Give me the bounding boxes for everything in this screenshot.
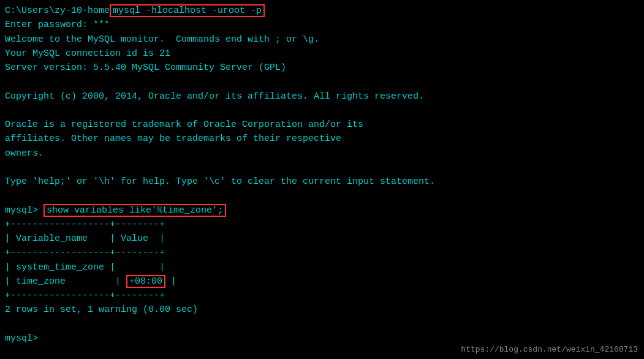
command1-highlight[interactable]: mysql -hlocalhost -uroot -p — [110, 4, 265, 17]
table-row1-name: system_time_zone — [16, 262, 104, 273]
command2-highlight[interactable]: show variables like'%time_zone'; — [44, 204, 226, 217]
line-13: Type 'help;' or '\h' for help. Type '\c'… — [5, 175, 639, 189]
line-mysql-command: mysql> show variables like'%time_zone'; — [5, 203, 639, 217]
table-row-2: | time_zone | +08:00 | — [5, 274, 639, 289]
table-row2-value-highlight: +08:00 — [126, 275, 165, 288]
line-1: C:\Users\zy-10-homemysql -hlocalhost -ur… — [5, 4, 639, 18]
line-5: Server version: 5.5.40 MySQL Community S… — [5, 61, 639, 75]
table-sep-2: +------------------+--------+ — [5, 246, 639, 260]
line-7: Copyright (c) 2000, 2014, Oracle and/or … — [5, 89, 639, 104]
line-11: owners. — [5, 146, 639, 161]
result-line: 2 rows in set, 1 warning (0.00 sec) — [5, 303, 639, 317]
line-empty-5 — [5, 317, 639, 331]
line-empty-1 — [5, 75, 639, 89]
line-3: Welcome to the MySQL monitor. Commands e… — [5, 32, 639, 47]
prompt-path: C:\Users\zy-10-home — [5, 6, 110, 16]
line-9: Oracle is a registered trademark of Orac… — [5, 118, 639, 132]
line-empty-3 — [5, 161, 639, 175]
line-2: Enter password: *** — [5, 18, 639, 32]
table-sep-1: +------------------+--------+ — [5, 217, 639, 232]
line-empty-2 — [5, 104, 639, 118]
table-sep-3: +------------------+--------+ — [5, 289, 639, 303]
table-row-1: | system_time_zone | | — [5, 260, 639, 274]
final-prompt-line: mysql> — [5, 331, 639, 346]
line-empty-4 — [5, 189, 639, 203]
watermark: https://blog.csdn.net/weixin_42168713 — [461, 345, 638, 354]
table-row2-name: time_zone — [16, 276, 66, 287]
terminal-window: C:\Users\zy-10-homemysql -hlocalhost -ur… — [0, 0, 644, 359]
line-4: Your MySQL connection id is 21 — [5, 47, 639, 61]
table-header: | Variable_name | Value | — [5, 232, 639, 246]
line-10: affiliates. Other names may be trademark… — [5, 132, 639, 146]
